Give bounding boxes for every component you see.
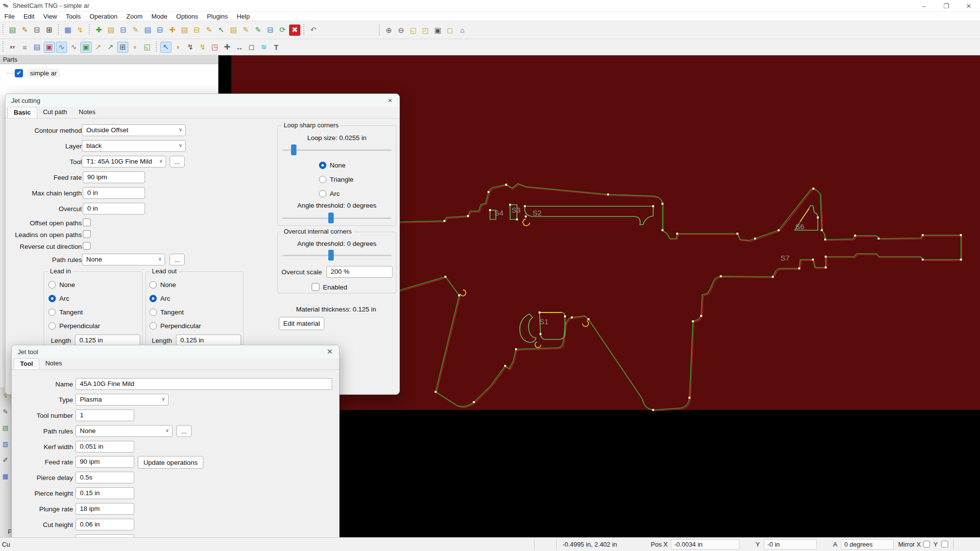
- menu-plugins[interactable]: Plugins: [202, 13, 232, 20]
- save-drawing-icon[interactable]: ⊟: [154, 24, 166, 36]
- radio-arc[interactable]: [319, 190, 326, 197]
- open-operations-icon[interactable]: ▤: [228, 24, 239, 36]
- toolbar-grip[interactable]: [1, 41, 5, 53]
- radio-tangent[interactable]: [149, 309, 157, 316]
- reload-operations-icon[interactable]: ⟳: [277, 24, 288, 36]
- part-checkbox[interactable]: ✔: [15, 69, 23, 77]
- menu-view[interactable]: View: [39, 13, 61, 20]
- copy-operation-icon[interactable]: ▤: [179, 24, 190, 36]
- overcut-enabled-checkbox[interactable]: [312, 283, 319, 291]
- table-green-icon[interactable]: ▤: [1, 423, 10, 432]
- mirror-y-checkbox[interactable]: [941, 541, 948, 548]
- delete-operations-icon[interactable]: ✖: [289, 24, 300, 36]
- undo-icon[interactable]: ↶: [308, 24, 319, 36]
- show-origin-icon[interactable]: XY: [7, 42, 18, 53]
- tool-feed-rate-input[interactable]: 90 ipm: [75, 456, 134, 468]
- feed-rate-input[interactable]: 90 ipm: [83, 171, 145, 183]
- radio-arc[interactable]: [49, 295, 56, 302]
- tool-more-button[interactable]: ...: [170, 156, 185, 168]
- offset-open-paths-checkbox[interactable]: [83, 218, 91, 226]
- jet-cutting-title[interactable]: Jet cutting: [5, 94, 399, 107]
- radio-arc[interactable]: [149, 295, 157, 302]
- loop-angle-slider[interactable]: [282, 217, 392, 219]
- menu-operation[interactable]: Operation: [85, 13, 122, 20]
- path-rules-more-button[interactable]: ...: [170, 254, 185, 265]
- edit-material-button[interactable]: Edit material: [279, 317, 324, 330]
- max-chain-input[interactable]: 0 in: [83, 187, 145, 199]
- rapid-arrow-icon[interactable]: ↗: [105, 42, 116, 53]
- rubber-band-icon[interactable]: ◻: [246, 42, 257, 53]
- tool-type-select[interactable]: Plasma∨: [75, 394, 169, 406]
- new-toolset-icon[interactable]: ✎: [252, 24, 264, 36]
- tab-tool-notes[interactable]: Notes: [39, 358, 68, 369]
- tool-number-input[interactable]: 1: [75, 409, 134, 421]
- tab-cut-path[interactable]: Cut path: [37, 107, 73, 118]
- mirror-x-checkbox[interactable]: [923, 541, 930, 548]
- toolbar-grip[interactable]: [88, 24, 91, 36]
- edit-operation-icon[interactable]: ✎: [203, 24, 215, 36]
- maximize-button[interactable]: ❐: [935, 0, 957, 12]
- copy-part-icon[interactable]: ▤: [105, 24, 117, 36]
- minimize-button[interactable]: –: [912, 0, 935, 12]
- show-contours-icon[interactable]: ▣: [44, 42, 55, 53]
- table-blue-icon[interactable]: ▦: [1, 472, 10, 481]
- zoom-out-icon[interactable]: ⊖: [395, 24, 407, 36]
- toolbar-grip[interactable]: [302, 24, 306, 36]
- post-process-icon[interactable]: ⊞: [44, 24, 55, 36]
- new-operation-icon[interactable]: ✚: [167, 24, 178, 36]
- tab-notes[interactable]: Notes: [73, 107, 101, 118]
- jet-cutting-close-icon[interactable]: ×: [385, 96, 395, 104]
- table-copy-icon[interactable]: ▥: [1, 439, 10, 449]
- pos-y-field[interactable]: -0 in: [764, 539, 817, 550]
- pen-dark-icon[interactable]: ✐: [1, 455, 10, 465]
- tab-tool[interactable]: Tool: [14, 358, 39, 369]
- simulate-icon[interactable]: ↯: [185, 42, 196, 53]
- leadins-open-paths-checkbox[interactable]: [83, 230, 91, 238]
- tab-basic[interactable]: Basic: [7, 107, 37, 118]
- run-torch-icon[interactable]: ↯: [74, 24, 86, 36]
- jet-tool-title[interactable]: Jet tool: [12, 345, 339, 358]
- menu-options[interactable]: Options: [172, 13, 203, 20]
- simulate-fast-icon[interactable]: ↯: [197, 42, 208, 53]
- pos-x-field[interactable]: -0.0034 in: [671, 539, 739, 550]
- show-layers-icon[interactable]: ≡: [19, 42, 30, 53]
- radio-none[interactable]: [319, 162, 326, 169]
- post-output-icon[interactable]: ▤: [31, 42, 43, 53]
- show-cut-path-icon[interactable]: ▣: [80, 42, 92, 53]
- print-icon[interactable]: ⊟: [31, 24, 43, 36]
- import-operations-icon[interactable]: ↖: [216, 24, 227, 36]
- layer-select[interactable]: black∨: [82, 140, 186, 152]
- radio-perpendicular[interactable]: [149, 322, 157, 330]
- select-spline-icon[interactable]: S: [172, 42, 184, 53]
- overcut-scale-input[interactable]: 200 %: [326, 266, 392, 278]
- insert-spline-icon[interactable]: S: [129, 42, 141, 53]
- menu-file[interactable]: File: [0, 13, 19, 20]
- show-path-direction-icon[interactable]: ∿: [56, 42, 67, 53]
- menu-mode[interactable]: Mode: [147, 13, 172, 20]
- radio-triangle[interactable]: [319, 176, 326, 183]
- overcut-angle-slider[interactable]: [282, 255, 392, 256]
- move-part-icon[interactable]: ✚: [221, 42, 233, 53]
- path-rules-select[interactable]: None∨: [82, 254, 165, 265]
- jet-tool-close-icon[interactable]: ✕: [324, 347, 335, 356]
- reverse-cut-checkbox[interactable]: [83, 242, 91, 250]
- overcut-input[interactable]: 0 in: [83, 203, 145, 215]
- edit-part-icon[interactable]: ✎: [130, 24, 141, 36]
- edit-operations-icon[interactable]: ✎: [240, 24, 251, 36]
- jog-arrow-icon[interactable]: ↗: [93, 42, 104, 53]
- save-toolset-icon[interactable]: ⊟: [265, 24, 276, 36]
- cut-height-input[interactable]: 0.06 in: [75, 519, 134, 530]
- close-button[interactable]: ✕: [957, 0, 980, 12]
- toolbar-grip[interactable]: [378, 24, 381, 36]
- menu-tools[interactable]: Tools: [61, 13, 85, 20]
- text-tool-icon[interactable]: T: [270, 42, 282, 53]
- save-part-icon[interactable]: ⊟: [118, 24, 129, 36]
- tool-path-rules-more-button[interactable]: ...: [176, 425, 192, 437]
- pierce-delay-input[interactable]: 0.5s: [75, 472, 134, 483]
- tool-select[interactable]: T1: 45A 10G Fine Mild∨: [82, 156, 166, 168]
- part-outline-icon[interactable]: ◱: [142, 42, 153, 53]
- loop-size-slider[interactable]: [282, 149, 392, 151]
- radio-perpendicular[interactable]: [49, 322, 56, 330]
- radio-tangent[interactable]: [49, 309, 56, 316]
- toolbar-grip[interactable]: [1, 24, 5, 36]
